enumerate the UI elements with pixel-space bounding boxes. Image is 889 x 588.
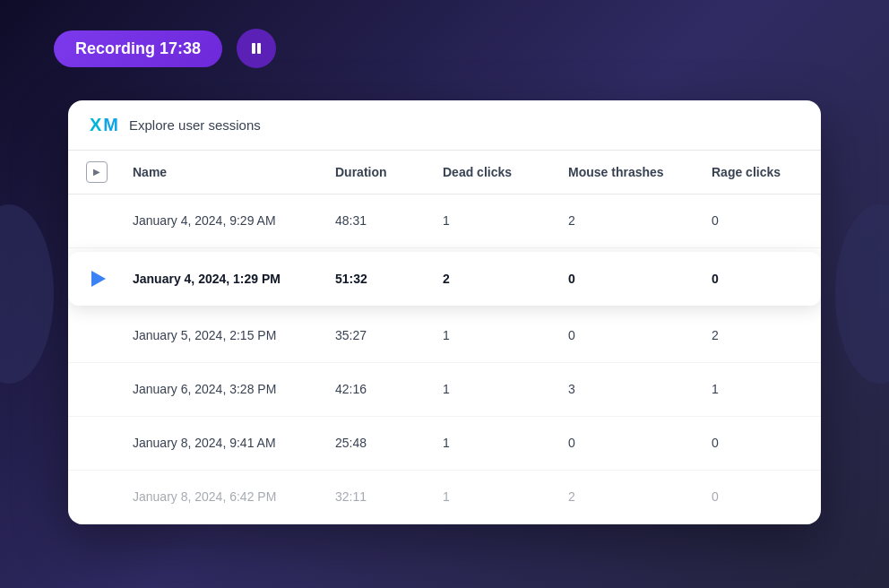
row-play-cell (75, 439, 118, 446)
row-dead-clicks: 1 (428, 206, 554, 235)
row-play-cell (75, 263, 118, 295)
row-name: January 8, 2024, 6:42 PM (118, 482, 321, 511)
play-triangle-icon (91, 271, 106, 287)
row-name: January 5, 2024, 2:15 PM (118, 321, 321, 350)
svg-rect-0 (252, 43, 255, 54)
row-name: January 4, 2024, 9:29 AM (118, 206, 321, 235)
row-play-cell (75, 217, 118, 224)
table-body: January 4, 2024, 9:29 AM48:31120January … (68, 195, 821, 524)
col-header-dead-clicks: Dead clicks (428, 151, 554, 194)
col-header-rage-clicks: Rage clicks (697, 151, 814, 194)
table-row[interactable]: January 4, 2024, 1:29 PM51:32200 (68, 252, 821, 306)
row-dead-clicks: 1 (428, 482, 554, 511)
table-row: January 6, 2024, 3:28 PM42:16131 (68, 363, 821, 417)
row-mouse-thrashes: 0 (554, 428, 697, 457)
col-header-name: Name (118, 151, 321, 194)
row-dead-clicks: 1 (428, 428, 554, 457)
row-dead-clicks: 1 (428, 321, 554, 350)
row-mouse-thrashes: 2 (554, 482, 697, 511)
row-play-cell (75, 332, 118, 339)
row-rage-clicks: 0 (697, 428, 814, 457)
col-header-mouse-thrashes: Mouse thrashes (554, 151, 697, 194)
pause-button[interactable] (237, 29, 276, 68)
row-rage-clicks: 2 (697, 321, 814, 350)
row-mouse-thrashes: 2 (554, 206, 697, 235)
row-mouse-thrashes: 0 (554, 264, 697, 293)
col-header-duration: Duration (321, 151, 428, 194)
header-title: Explore user sessions (129, 117, 261, 133)
row-duration: 51:32 (321, 264, 428, 293)
row-rage-clicks: 0 (697, 206, 814, 235)
table-row: January 8, 2024, 6:42 PM32:11120 (68, 471, 821, 524)
row-mouse-thrashes: 3 (554, 375, 697, 403)
row-duration: 35:27 (321, 321, 428, 350)
card-header: XM Explore user sessions (68, 100, 821, 151)
row-rage-clicks: 0 (697, 482, 814, 511)
row-name: January 8, 2024, 9:41 AM (118, 428, 321, 457)
row-name: January 6, 2024, 3:28 PM (118, 375, 321, 403)
table-row: January 5, 2024, 2:15 PM35:27102 (68, 309, 821, 363)
pause-icon (250, 42, 263, 55)
top-bar: Recording 17:38 (54, 29, 276, 68)
logo-m: M (103, 115, 118, 135)
decorative-blob-right (835, 204, 889, 384)
main-card: XM Explore user sessions ▶ Name Duration… (68, 100, 821, 524)
row-rage-clicks: 0 (697, 264, 814, 293)
table-row: January 4, 2024, 9:29 AM48:31120 (68, 195, 821, 248)
play-col-icon: ▶ (86, 161, 108, 183)
table-row: January 8, 2024, 9:41 AM25:48100 (68, 417, 821, 471)
sessions-table: ▶ Name Duration Dead clicks Mouse thrash… (68, 151, 821, 524)
play-button[interactable] (84, 266, 109, 291)
row-dead-clicks: 2 (428, 264, 554, 293)
row-name: January 4, 2024, 1:29 PM (118, 264, 321, 293)
row-duration: 25:48 (321, 428, 428, 457)
row-duration: 48:31 (321, 206, 428, 235)
row-play-cell (75, 385, 118, 393)
col-header-icon: ▶ (75, 151, 118, 194)
table-header-row: ▶ Name Duration Dead clicks Mouse thrash… (68, 151, 821, 195)
recording-badge: Recording 17:38 (54, 30, 222, 67)
xm-logo: XM (90, 115, 118, 135)
row-duration: 32:11 (321, 482, 428, 511)
row-dead-clicks: 1 (428, 375, 554, 403)
row-mouse-thrashes: 0 (554, 321, 697, 350)
svg-rect-1 (257, 43, 261, 54)
decorative-blob-left (0, 204, 54, 384)
logo-x: X (90, 115, 101, 135)
row-duration: 42:16 (321, 375, 428, 403)
row-rage-clicks: 1 (697, 375, 814, 403)
row-play-cell (75, 493, 118, 500)
